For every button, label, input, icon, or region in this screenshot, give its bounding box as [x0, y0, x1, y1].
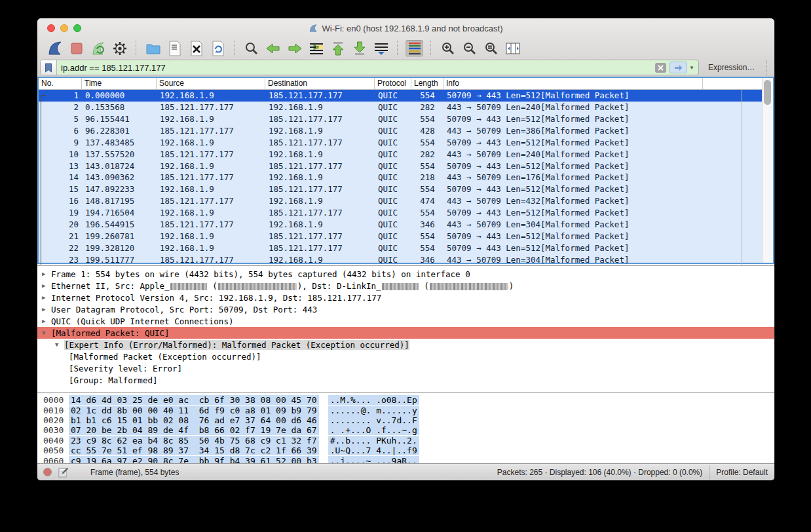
cell-source: 192.168.1.9	[157, 113, 265, 125]
detail-line[interactable]: ▶ Ethernet II, Src: Apple_ (), Dst: D-Li…	[37, 280, 774, 292]
filter-apply-button[interactable]	[670, 62, 687, 73]
go-forward-button[interactable]	[286, 40, 303, 57]
hex-row[interactable]: 0000 14 d6 4d 03 25 de e0 ac cb 6f 30 38…	[43, 395, 774, 405]
find-packet-button[interactable]	[242, 40, 260, 57]
packet-row[interactable]: 21 199.260781 192.168.1.9 185.121.177.17…	[39, 231, 773, 242]
detail-line[interactable]: ▶ Frame 1: 554 bytes on wire (4432 bits)…	[37, 268, 774, 280]
profile-label[interactable]: Profile: Default	[709, 465, 774, 480]
detail-line[interactable]: [Group: Malformed]	[37, 374, 774, 386]
go-back-button[interactable]	[264, 40, 282, 57]
filter-dropdown-chevron[interactable]: ▼	[689, 65, 694, 71]
expander-triangle-icon[interactable]: ▶	[42, 271, 51, 277]
detail-text: [Malformed Packet (Exception occurred)]	[69, 352, 261, 362]
start-capture-button[interactable]	[46, 40, 64, 57]
auto-scroll-button[interactable]	[372, 40, 390, 57]
scrollbar-thumb[interactable]	[764, 80, 771, 105]
expander-triangle-icon[interactable]: ▼	[42, 330, 51, 336]
cell-info: 50709 → 443 Len=512[Malformed Packet]	[443, 90, 742, 102]
close-file-button[interactable]	[187, 40, 205, 57]
detail-line[interactable]: ▼ [Expert Info (Error/Malformed): Malfor…	[37, 339, 774, 351]
toolbar-separator	[430, 41, 432, 56]
display-filter-input[interactable]	[57, 63, 655, 73]
expander-triangle-icon[interactable]: ▼	[55, 341, 64, 348]
packet-row[interactable]: 16 148.817195 185.121.177.177 192.168.1.…	[39, 195, 773, 207]
apply-arrow-icon	[674, 65, 683, 71]
capture-comment-icon[interactable]	[58, 467, 68, 478]
close-window-button[interactable]	[47, 24, 55, 32]
restart-fin-icon	[90, 41, 106, 56]
column-header-no[interactable]: No.	[39, 78, 82, 89]
zoom-out-button[interactable]	[461, 40, 478, 57]
zoom-reset-button[interactable]	[482, 40, 500, 57]
detail-line[interactable]: ▶ User Datagram Protocol, Src Port: 5070…	[37, 303, 774, 315]
cell-length: 474	[411, 195, 443, 207]
capture-options-button[interactable]	[111, 40, 128, 57]
cell-source: 192.168.1.9	[157, 183, 265, 195]
packet-row[interactable]: 14 143.090362 185.121.177.177 192.168.1.…	[39, 172, 773, 183]
detail-line[interactable]: [Malformed Packet (Exception occurred)]	[37, 351, 774, 362]
restart-capture-button[interactable]	[89, 40, 107, 57]
packet-row[interactable]: 22 199.328120 192.168.1.9 185.121.177.17…	[39, 242, 773, 254]
expander-triangle-icon[interactable]: ▶	[42, 282, 51, 289]
packet-row[interactable]: 19 194.716504 192.168.1.9 185.121.177.17…	[39, 207, 773, 219]
resize-columns-button[interactable]	[504, 40, 521, 57]
packet-row[interactable]: 1 0.000000 192.168.1.9 185.121.177.177 Q…	[39, 90, 773, 102]
go-to-packet-button[interactable]	[307, 40, 325, 57]
packet-list-scrollbar[interactable]	[762, 78, 773, 263]
reload-file-button[interactable]	[209, 40, 227, 57]
hex-row[interactable]: 0040 23 c9 8c 62 ea b4 8c 85 50 4b 75 68…	[43, 436, 774, 446]
packet-row[interactable]: 13 143.018724 192.168.1.9 185.121.177.17…	[39, 161, 773, 172]
column-header-info[interactable]: Info	[443, 78, 703, 89]
expander-triangle-icon[interactable]: ▶	[42, 294, 51, 301]
column-header-length[interactable]: Length	[411, 78, 443, 89]
cell-info: 443 → 50709 Len=240[Malformed Packet]	[443, 102, 742, 113]
hex-row[interactable]: 0030 07 20 be 2b 04 89 de 4f b8 66 02 f7…	[43, 425, 774, 435]
save-file-button[interactable]	[166, 40, 183, 57]
column-header-protocol[interactable]: Protocol	[375, 78, 411, 89]
packet-row[interactable]: 20 196.544915 185.121.177.177 192.168.1.…	[39, 219, 773, 231]
cell-time: 199.328120	[82, 242, 157, 254]
go-to-bottom-button[interactable]	[350, 40, 368, 57]
redacted-text	[170, 283, 207, 290]
packet-row[interactable]: 10 137.557520 185.121.177.177 192.168.1.…	[39, 149, 773, 161]
cell-info: 443 → 50709 Len=304[Malformed Packet]	[443, 219, 742, 231]
column-header-time[interactable]: Time	[82, 78, 157, 89]
packet-row[interactable]: 15 147.892233 192.168.1.9 185.121.177.17…	[39, 183, 773, 195]
cell-time: 196.544915	[82, 219, 157, 231]
display-filter-field[interactable]: ▼	[40, 60, 699, 75]
filter-clear-button[interactable]	[655, 63, 666, 73]
filter-bookmark-button[interactable]	[41, 60, 57, 75]
detail-line[interactable]: ▶ QUIC (Quick UDP Internet Connections)	[37, 315, 774, 327]
hex-ascii: ......@. m......y	[328, 406, 419, 415]
go-to-top-button[interactable]	[329, 40, 347, 57]
open-file-button[interactable]	[144, 40, 162, 57]
packet-list-header[interactable]: No. Time Source Destination Protocol Len…	[39, 78, 773, 90]
column-header-source[interactable]: Source	[157, 78, 265, 89]
cell-length: 218	[411, 172, 443, 183]
expert-info-icon[interactable]	[43, 468, 52, 476]
detail-line[interactable]: [Severity level: Error]	[37, 362, 774, 374]
minimize-window-button[interactable]	[60, 24, 68, 32]
detail-line[interactable]: ▼ [Malformed Packet: QUIC]	[37, 327, 774, 339]
packet-row[interactable]: 6 96.228301 185.121.177.177 192.168.1.9 …	[39, 125, 773, 137]
hex-row[interactable]: 0020 b1 b1 c6 15 01 bb 02 08 76 ad e7 37…	[43, 415, 774, 425]
zoom-window-button[interactable]	[73, 24, 81, 32]
zoom-in-button[interactable]	[439, 40, 457, 57]
packet-row[interactable]: 2 0.153568 185.121.177.177 192.168.1.9 Q…	[39, 102, 773, 113]
cell-destination: 192.168.1.9	[265, 219, 375, 231]
expander-triangle-icon[interactable]: ▶	[42, 318, 51, 324]
cell-length: 554	[411, 161, 443, 172]
colorize-packets-button[interactable]	[406, 40, 423, 57]
expander-triangle-icon[interactable]: ▶	[42, 306, 51, 313]
cell-time: 143.018724	[82, 161, 157, 172]
expression-button[interactable]: Expression…	[708, 63, 755, 72]
hex-row[interactable]: 0050 cc 55 7e 51 ef 98 89 37 34 15 d8 7c…	[43, 446, 774, 455]
detail-line[interactable]: ▶ Internet Protocol Version 4, Src: 192.…	[37, 292, 774, 303]
packet-row[interactable]: 9 137.483485 192.168.1.9 185.121.177.177…	[39, 137, 773, 149]
packet-row[interactable]: 5 96.155441 192.168.1.9 185.121.177.177 …	[39, 113, 773, 125]
titlebar[interactable]: Wi-Fi: en0 (host 192.168.1.9 and not bro…	[37, 18, 774, 38]
hex-row[interactable]: 0010 02 1c dd 8b 00 00 40 11 6d f9 c0 a8…	[43, 405, 774, 415]
packet-row[interactable]: 23 199.511777 185.121.177.177 192.168.1.…	[39, 254, 773, 266]
column-header-destination[interactable]: Destination	[265, 78, 375, 89]
stop-capture-button[interactable]	[67, 40, 85, 57]
